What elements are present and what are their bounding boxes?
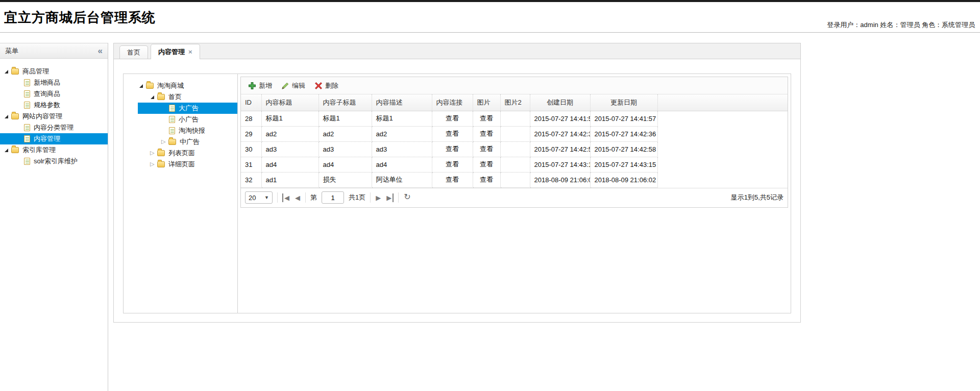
sidebar-item-content-category-mgmt[interactable]: 内容分类管理 bbox=[0, 122, 108, 133]
view-pic-link[interactable]: 查看 bbox=[473, 172, 500, 187]
cell-created: 2015-07-27 14:41:57 bbox=[530, 111, 590, 126]
tree-item-detail-page[interactable]: 详细页面 bbox=[138, 159, 237, 170]
tree-item-list-page[interactable]: 列表页面 bbox=[138, 148, 237, 159]
sidebar-item-add-product[interactable]: 新增商品 bbox=[0, 77, 108, 88]
page-number-input[interactable] bbox=[322, 191, 344, 204]
first-page-button[interactable]: ◀ bbox=[282, 193, 290, 202]
tab-content-mgmt[interactable]: 内容管理 × bbox=[151, 44, 200, 59]
edit-button-label: 编辑 bbox=[292, 81, 305, 90]
caret-collapsed-icon[interactable] bbox=[149, 160, 156, 168]
caret-spacer bbox=[160, 115, 167, 124]
file-icon bbox=[24, 102, 30, 109]
cell-subtitle: ad2 bbox=[318, 126, 372, 141]
edit-button[interactable]: 编辑 bbox=[278, 80, 308, 92]
caret-spacer bbox=[15, 79, 22, 87]
sidebar-item-index-mgmt[interactable]: 索引库管理 bbox=[0, 144, 108, 156]
caret-expanded-icon[interactable] bbox=[3, 146, 10, 154]
cell-pic2 bbox=[500, 172, 530, 187]
sidebar-item-content-mgmt[interactable]: 内容管理 bbox=[0, 133, 108, 144]
folder-icon bbox=[157, 94, 165, 100]
column-header-pic2[interactable]: 图片2 bbox=[500, 94, 530, 111]
panel-splitter[interactable] bbox=[108, 43, 113, 391]
sidebar-item-solr-index[interactable]: solr索引库维护 bbox=[0, 156, 108, 167]
caret-collapsed-icon[interactable] bbox=[149, 149, 156, 157]
collapse-sidebar-icon[interactable]: « bbox=[98, 46, 103, 55]
column-header-updated[interactable]: 更新日期 bbox=[590, 94, 657, 111]
caret-spacer bbox=[15, 157, 22, 165]
table-row[interactable]: 31 ad4 ad4 ad4 查看 查看 2015-07-27 14:43:15 bbox=[241, 157, 788, 172]
last-page-button[interactable]: ▶ bbox=[386, 193, 394, 202]
delete-button[interactable]: 删除 bbox=[311, 80, 341, 92]
file-icon bbox=[169, 127, 175, 134]
tab-home[interactable]: 首页 bbox=[119, 45, 148, 59]
grid-pane: 新增 编辑 bbox=[238, 74, 791, 313]
view-pic-link[interactable]: 查看 bbox=[473, 126, 500, 141]
cell-updated: 2018-08-09 21:06:02 bbox=[590, 172, 657, 187]
caret-spacer bbox=[160, 104, 167, 112]
file-icon bbox=[24, 158, 30, 165]
tree-item-small-ad[interactable]: 小广告 bbox=[138, 114, 237, 125]
tree-item-taotao-mall[interactable]: 淘淘商城 bbox=[138, 80, 237, 91]
view-pic-link[interactable]: 查看 bbox=[473, 141, 500, 157]
page-suffix-label: 共1页 bbox=[349, 193, 365, 202]
tree-indent bbox=[3, 105, 15, 106]
view-link[interactable]: 查看 bbox=[432, 157, 473, 172]
tree-indent bbox=[138, 131, 160, 131]
cell-subtitle: ad4 bbox=[318, 157, 372, 172]
tree-item-big-ad[interactable]: 大广告 bbox=[138, 103, 237, 114]
prev-page-button[interactable]: ◀ bbox=[295, 193, 301, 202]
add-button[interactable]: 新增 bbox=[245, 80, 275, 92]
view-pic-link[interactable]: 查看 bbox=[473, 157, 500, 172]
refresh-icon[interactable]: ↻ bbox=[403, 193, 411, 202]
pager: 20 ▼ ◀ ◀ 第 共1页 bbox=[241, 188, 788, 207]
tab-close-icon[interactable]: × bbox=[188, 48, 192, 55]
column-header-id[interactable]: ID bbox=[241, 94, 261, 111]
folder-icon bbox=[11, 68, 19, 75]
sidebar-item-spec-params[interactable]: 规格参数 bbox=[0, 100, 108, 111]
view-link[interactable]: 查看 bbox=[432, 111, 473, 126]
column-header-subtitle[interactable]: 内容子标题 bbox=[318, 94, 372, 111]
cell-id: 32 bbox=[241, 172, 261, 187]
datagrid-toolbar: 新增 编辑 bbox=[241, 77, 788, 94]
caret-collapsed-icon[interactable] bbox=[160, 138, 167, 146]
sidebar-item-query-product[interactable]: 查询商品 bbox=[0, 88, 108, 100]
caret-expanded-icon[interactable] bbox=[3, 67, 10, 76]
tree-indent bbox=[138, 164, 149, 165]
table-row[interactable]: 32 ad1 损失 阿达单位 查看 查看 2018-08-09 21:06:02 bbox=[241, 172, 788, 187]
cell-title: 标题1 bbox=[261, 111, 318, 126]
sidebar-item-product-mgmt[interactable]: 商品管理 bbox=[0, 66, 108, 77]
caret-expanded-icon[interactable] bbox=[149, 93, 156, 101]
next-page-button[interactable]: ▶ bbox=[375, 193, 381, 202]
edit-icon bbox=[281, 82, 289, 90]
column-header-desc[interactable]: 内容描述 bbox=[372, 94, 432, 111]
column-header-filler bbox=[657, 94, 788, 111]
tab-label: 内容管理 bbox=[158, 47, 185, 57]
tree-item-mid-ad[interactable]: 中广告 bbox=[138, 136, 237, 148]
page-size-select[interactable]: 20 ▼ bbox=[245, 191, 273, 204]
caret-expanded-icon[interactable] bbox=[3, 112, 10, 120]
screen: 宜立方商城后台管理系统 登录用户：admin 姓名：管理员 角色：系统管理员 菜… bbox=[0, 0, 980, 391]
tree-item-taotao-express[interactable]: 淘淘快报 bbox=[138, 125, 237, 136]
column-header-title[interactable]: 内容标题 bbox=[261, 94, 318, 111]
folder-icon bbox=[157, 161, 165, 167]
pager-separator bbox=[398, 192, 399, 203]
view-pic-link[interactable]: 查看 bbox=[473, 111, 500, 126]
tree-indent bbox=[3, 128, 15, 128]
sidebar-item-site-content-mgmt[interactable]: 网站内容管理 bbox=[0, 111, 108, 122]
tree-item-home[interactable]: 首页 bbox=[138, 91, 237, 103]
view-link[interactable]: 查看 bbox=[432, 141, 473, 157]
tree-indent bbox=[3, 161, 15, 162]
view-link[interactable]: 查看 bbox=[432, 172, 473, 187]
cell-desc: ad2 bbox=[372, 126, 432, 141]
column-header-link[interactable]: 内容连接 bbox=[432, 94, 473, 111]
cell-created: 2015-07-27 14:42:36 bbox=[530, 126, 590, 141]
table-row[interactable]: 28 标题1 标题1 标题1 查看 查看 2015-07-27 14:41:57 bbox=[241, 111, 788, 126]
caret-expanded-icon[interactable] bbox=[138, 82, 145, 90]
table-row[interactable]: 29 ad2 ad2 ad2 查看 查看 2015-07-27 14:42:36 bbox=[241, 126, 788, 141]
column-header-pic[interactable]: 图片 bbox=[473, 94, 500, 111]
column-header-created[interactable]: 创建日期 bbox=[530, 94, 590, 111]
view-link[interactable]: 查看 bbox=[432, 126, 473, 141]
cell-id: 31 bbox=[241, 157, 261, 172]
file-icon bbox=[169, 105, 175, 112]
table-row[interactable]: 30 ad3 ad3 ad3 查看 查看 2015-07-27 14:42:58 bbox=[241, 141, 788, 157]
